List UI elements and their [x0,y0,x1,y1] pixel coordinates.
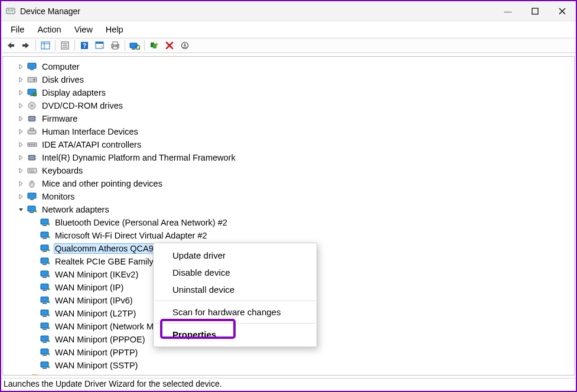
ctx-scan-hardware[interactable]: Scan for hardware changes [154,303,317,321]
tree-category[interactable]: !Other devices [8,372,574,375]
svg-line-25 [139,49,141,50]
expander-icon[interactable] [17,89,25,97]
ctx-disable-device[interactable]: Disable device [154,264,317,281]
menu-help[interactable]: Help [100,24,129,35]
tree-category[interactable]: Display adapters [8,86,574,99]
expander-icon[interactable] [17,128,25,136]
svg-rect-75 [41,284,48,289]
svg-rect-29 [28,63,36,68]
svg-rect-63 [28,206,35,211]
disable-device-button[interactable] [178,39,192,52]
expander-icon[interactable] [17,63,25,71]
svg-rect-73 [41,271,48,276]
expander-icon[interactable] [17,374,25,375]
update-driver-button[interactable] [147,39,161,52]
svg-text:!: ! [34,375,35,376]
minimize-button[interactable]: — [494,2,521,20]
nav-back-button[interactable] [4,39,18,52]
svg-rect-84 [43,342,47,343]
svg-rect-49 [29,155,35,160]
device-manager-window: Device Manager — File Action View Help ?… [0,0,577,392]
tree-category[interactable]: Mice and other pointing devices [8,177,574,190]
nav-forward-button[interactable] [19,39,33,52]
svg-rect-27 [153,44,157,48]
context-menu: Update driver Disable device Uninstall d… [153,243,317,347]
tree-device[interactable]: WAN Miniport (SSTP) [8,359,574,372]
expander-icon [30,309,38,318]
expander-icon [30,244,38,253]
close-button[interactable] [549,2,576,20]
svg-rect-61 [28,193,36,198]
maximize-button[interactable] [521,2,549,20]
properties-button[interactable] [58,39,72,52]
tree-category[interactable]: Disk drives [8,73,574,86]
svg-rect-88 [43,368,47,369]
tree-node-label: WAN Miniport (SSTP) [54,360,139,371]
net-icon [40,296,51,305]
tree-node-label: Disk drives [41,74,85,85]
svg-rect-86 [43,355,47,356]
svg-rect-64 [30,212,34,213]
svg-rect-85 [41,349,48,354]
uninstall-device-button[interactable] [162,39,177,52]
menu-file[interactable]: File [5,24,30,35]
ctx-separator-2 [154,323,316,324]
menu-view[interactable]: View [69,24,99,35]
svg-rect-30 [30,69,34,70]
svg-rect-83 [41,336,48,341]
svg-rect-72 [43,264,47,265]
tree-node-label: WAN Miniport (L2TP) [54,308,137,319]
expander-icon[interactable] [17,115,25,123]
other-icon: ! [27,374,38,375]
expander-icon[interactable] [17,192,25,201]
ctx-uninstall-device[interactable]: Uninstall device [154,281,317,298]
ctx-update-driver[interactable]: Update driver [154,247,317,264]
svg-rect-70 [43,251,47,252]
tree-category[interactable]: Monitors [8,190,574,203]
ctx-properties[interactable]: Properties [154,326,317,343]
svg-point-35 [33,93,37,96]
tree-category[interactable]: Firmware [8,112,574,125]
svg-rect-20 [113,47,118,49]
expander-icon[interactable] [17,141,25,149]
tree-category[interactable]: Computer [8,60,574,73]
svg-rect-2 [11,9,14,11]
net-icon [40,348,51,357]
tree-category[interactable]: Intel(R) Dynamic Platform and Thermal Fr… [8,151,574,164]
titlebar[interactable]: Device Manager — [1,1,576,21]
tree-category[interactable]: Human Interface Devices [8,125,574,138]
menu-action[interactable]: Action [31,24,67,35]
svg-rect-46 [29,144,30,145]
net-icon [40,283,51,292]
svg-point-32 [33,79,35,81]
svg-rect-6 [22,44,25,47]
tree-category[interactable]: IDE ATA/ATAPI controllers [8,138,574,151]
expander-icon[interactable] [17,166,25,175]
expander-icon[interactable] [17,102,25,110]
tree-node-label: Mice and other pointing devices [41,178,164,189]
action-button[interactable] [93,39,107,52]
tree-category[interactable]: DVD/CD-ROM drives [8,99,574,112]
expander-icon[interactable] [17,179,25,188]
disk-icon [27,75,38,84]
tree-device[interactable]: Microsoft Wi-Fi Direct Virtual Adapter #… [8,229,574,242]
net-icon [40,270,51,279]
expander-icon[interactable] [17,205,25,214]
print-button[interactable] [108,39,122,52]
tree-category[interactable]: Network adapters [8,203,574,216]
show-hide-tree-button[interactable] [38,39,53,52]
svg-rect-80 [43,316,47,317]
expander-icon[interactable] [17,76,25,84]
tree-node-label: Keyboards [41,165,84,176]
scan-hardware-button[interactable] [128,39,142,52]
tree-device[interactable]: Bluetooth Device (Personal Area Network)… [8,216,574,229]
svg-rect-79 [41,310,48,315]
tree-device[interactable]: WAN Miniport (PPTP) [8,346,574,359]
tree-category[interactable]: Keyboards [8,164,574,177]
net-icon [40,335,51,344]
tree-node-label: Bluetooth Device (Personal Area Network)… [54,217,229,228]
expander-icon[interactable] [17,153,25,162]
expander-icon [30,335,38,344]
help-button[interactable]: ? [77,39,92,52]
chip-icon [27,114,38,123]
